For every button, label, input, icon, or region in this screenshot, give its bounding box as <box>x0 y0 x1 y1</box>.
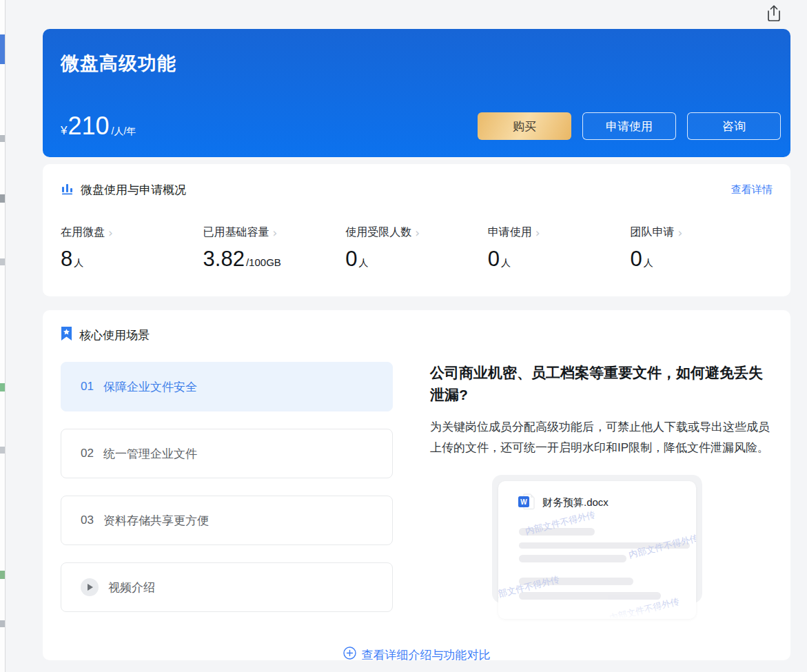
stat-unit: /100GB <box>246 256 281 268</box>
scenario-label: 统一管理企业文件 <box>103 446 197 462</box>
scenario-detail-description: 为关键岗位成员分配高级功能后，可禁止他人下载或导出这些成员上传的文件，还可统一开… <box>430 417 773 458</box>
price-amount: 210 <box>68 112 109 141</box>
placeholder-text-bar <box>519 578 633 585</box>
scenario-label: 资料存储共享更方便 <box>103 513 209 529</box>
placeholder-text-bar <box>519 542 690 549</box>
premium-feature-panel: 微盘高级功能 ¥ 210 /人/年 购买 申请使用 咨询 <box>43 29 790 660</box>
page-title: 微盘高级功能 <box>61 51 781 76</box>
stat-label: 团队申请 <box>630 225 674 240</box>
stat-used-capacity[interactable]: 已用基础容量 › 3.82 /100GB <box>203 225 346 272</box>
bookmark-star-icon <box>61 327 72 344</box>
scenario-detail-panel: 公司商业机密、员工档案等重要文件，如何避免丢失泄漏? 为关键岗位成员分配高级功能… <box>430 362 773 629</box>
svg-text:W: W <box>520 498 527 506</box>
apply-button[interactable]: 申请使用 <box>582 112 676 140</box>
share-icon <box>766 4 782 26</box>
stat-label: 申请使用 <box>488 225 532 240</box>
scenario-item-unified-management[interactable]: 02 统一管理企业文件 <box>61 429 393 478</box>
hero-card: 微盘高级功能 ¥ 210 /人/年 购买 申请使用 咨询 <box>43 29 790 157</box>
preview-fade <box>498 601 696 619</box>
scenario-number: 02 <box>81 447 94 460</box>
scenario-number: 03 <box>81 513 94 527</box>
plus-circle-icon <box>343 646 356 660</box>
placeholder-text-bar <box>519 528 595 536</box>
stat-restricted-users[interactable]: 使用受限人数 › 0 人 <box>345 225 488 272</box>
document-preview: W 财务预算.docx 内部文件不得外传 内部文件不得外传 内部文件不得外传 <box>492 475 702 603</box>
scenario-label: 保障企业文件安全 <box>103 379 197 395</box>
placeholder-text-bar <box>519 555 626 562</box>
preview-filename: 财务预算.docx <box>542 496 609 509</box>
play-icon <box>81 578 99 596</box>
overview-title: 微盘使用与申请概况 <box>81 182 186 198</box>
stat-label: 使用受限人数 <box>345 225 411 240</box>
stats-row: 在用微盘 › 8 人 已用基础容量 › 3.82 /100GB <box>61 225 773 272</box>
scenario-item-storage-sharing[interactable]: 03 资料存储共享更方便 <box>61 496 393 545</box>
stat-value: 0 <box>488 247 500 272</box>
stat-unit: 人 <box>501 257 511 269</box>
feature-comparison-link[interactable]: 查看详细介绍与功能对比 <box>61 639 773 660</box>
background-window-sliver <box>0 0 6 672</box>
scenario-detail-heading: 公司商业机密、员工档案等重要文件，如何避免丢失泄漏? <box>430 362 773 405</box>
buy-button[interactable]: 购买 <box>478 112 571 140</box>
stat-value: 3.82 <box>203 247 245 272</box>
share-button[interactable] <box>764 3 784 26</box>
chevron-right-icon: › <box>535 226 540 240</box>
usage-overview-card: 微盘使用与申请概况 查看详情 在用微盘 › 8 人 已用基础容量 › <box>43 164 790 296</box>
stat-unit: 人 <box>358 257 368 269</box>
scenario-list: 01 保障企业文件安全 02 统一管理企业文件 03 资料存储共享更方便 视频介… <box>61 362 393 629</box>
scenario-item-file-security[interactable]: 01 保障企业文件安全 <box>61 362 393 411</box>
stat-value: 0 <box>345 247 357 272</box>
core-scenarios-card: 核心使用场景 01 保障企业文件安全 02 统一管理企业文件 03 资料存储共享… <box>43 310 790 660</box>
scenario-label: 视频介绍 <box>108 580 155 595</box>
chevron-right-icon: › <box>108 226 113 240</box>
stat-value: 0 <box>630 247 642 272</box>
stat-unit: 人 <box>644 257 653 269</box>
stat-team-requests[interactable]: 团队申请 › 0 人 <box>630 225 773 272</box>
stat-active-drives[interactable]: 在用微盘 › 8 人 <box>61 225 203 272</box>
bar-chart-icon <box>61 182 74 198</box>
consult-button[interactable]: 咨询 <box>687 112 781 140</box>
view-details-link[interactable]: 查看详情 <box>731 183 773 196</box>
chevron-right-icon: › <box>415 226 420 240</box>
stat-value: 8 <box>61 247 72 272</box>
placeholder-text-bar <box>519 592 661 600</box>
stat-label: 已用基础容量 <box>203 225 269 240</box>
price-currency: ¥ <box>61 124 67 138</box>
price: ¥ 210 /人/年 <box>61 112 136 141</box>
feature-comparison-label: 查看详细介绍与功能对比 <box>362 647 491 661</box>
stat-label: 在用微盘 <box>61 225 105 240</box>
scenario-number: 01 <box>81 380 94 394</box>
sliver-selection-fragment <box>0 34 6 64</box>
price-unit: /人/年 <box>112 125 136 138</box>
stat-apply-usage[interactable]: 申请使用 › 0 人 <box>488 225 631 272</box>
chevron-right-icon: › <box>273 226 278 240</box>
chevron-right-icon: › <box>677 226 682 240</box>
video-intro-item[interactable]: 视频介绍 <box>61 562 393 612</box>
scenarios-title: 核心使用场景 <box>79 327 150 343</box>
word-doc-icon: W <box>518 493 535 513</box>
stat-unit: 人 <box>74 257 83 269</box>
